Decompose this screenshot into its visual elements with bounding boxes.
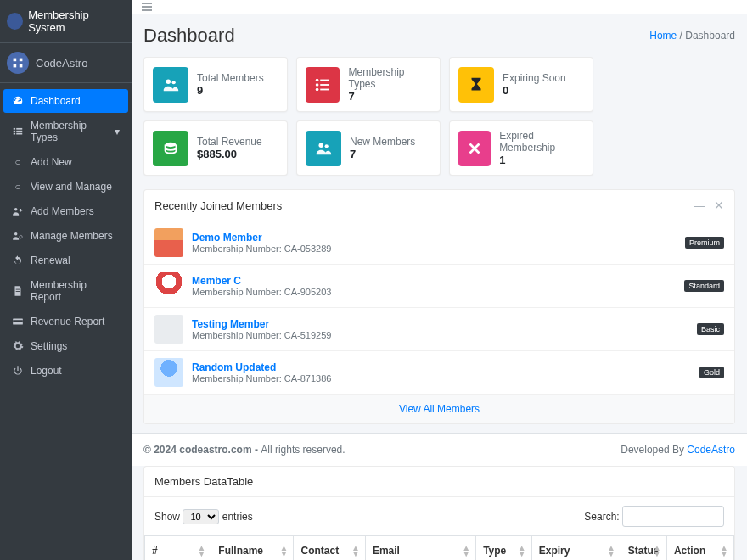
toggle-sidebar-button[interactable] (140, 0, 154, 14)
developer-link[interactable]: CodeAstro (687, 444, 735, 456)
col-action[interactable]: Action▲▼ (666, 536, 733, 561)
svg-rect-3 (16, 131, 22, 132)
recent-member-row[interactable]: Demo MemberMembership Number: CA-053289 … (144, 221, 734, 265)
view-all-link[interactable]: View All Members (399, 403, 480, 415)
card-expired[interactable]: Expired Membership1 (449, 120, 593, 176)
nav-add-members[interactable]: Add Members (3, 199, 128, 223)
col-type[interactable]: Type▲▼ (476, 536, 532, 561)
main: Dashboard Home / Dashboard Total Members… (132, 0, 747, 560)
page-header: Dashboard Home / Dashboard (132, 14, 747, 52)
membership-badge: Basic (697, 323, 724, 335)
search-input[interactable] (622, 506, 724, 527)
card-membership-types[interactable]: Membership Types7 (296, 57, 441, 112)
recent-member-row[interactable]: Member CMembership Number: CA-905203 Sta… (144, 265, 734, 308)
nav-logout[interactable]: Logout (3, 359, 128, 383)
card-expiring-soon[interactable]: Expiring Soon0 (449, 57, 593, 112)
nav-settings[interactable]: Settings (3, 334, 128, 358)
card-new-members[interactable]: New Members7 (296, 120, 441, 176)
nav-label: Add New (31, 156, 72, 168)
nav-report[interactable]: Membership Report (3, 273, 128, 309)
chevron-down-icon: ▾ (115, 126, 120, 137)
nav-renewal[interactable]: Renewal (3, 249, 128, 272)
nav-label: Dashboard (31, 95, 81, 107)
nav-label: Membership Types (31, 120, 108, 143)
svg-point-17 (172, 81, 176, 84)
recent-members-panel: Recently Joined Members — ✕ Demo MemberM… (143, 189, 735, 424)
recent-member-row[interactable]: Random UpdatedMembership Number: CA-8713… (144, 351, 734, 395)
users-icon (306, 131, 341, 166)
hourglass-icon (458, 67, 494, 103)
nav: Dashboard Membership Types ▾ ○ Add New ○… (0, 83, 132, 383)
breadcrumb-current: Dashboard (685, 30, 735, 42)
nav-manage-members[interactable]: Manage Members (3, 224, 128, 248)
brand[interactable]: Membership System (0, 0, 132, 43)
col-id[interactable]: #▲▼ (145, 536, 211, 561)
card-total-members[interactable]: Total Members9 (143, 57, 288, 112)
breadcrumb-home[interactable]: Home (649, 30, 677, 42)
list-icon (306, 67, 340, 103)
brand-text: Membership System (28, 8, 125, 34)
gear-icon (12, 340, 24, 352)
user-panel[interactable]: CodeAstro (0, 43, 132, 83)
svg-rect-13 (142, 3, 152, 3)
nav-label: Renewal (31, 255, 70, 266)
col-fullname[interactable]: Fullname▲▼ (211, 536, 294, 561)
svg-point-16 (166, 79, 171, 84)
svg-rect-1 (16, 128, 22, 130)
svg-point-24 (166, 142, 177, 147)
avatar (154, 228, 183, 257)
svg-rect-21 (320, 84, 329, 86)
nav-label: Logout (31, 365, 62, 377)
file-icon (12, 285, 24, 297)
nav-add-new[interactable]: ○ Add New (3, 150, 128, 174)
close-icon[interactable]: ✕ (714, 199, 724, 212)
col-contact[interactable]: Contact▲▼ (294, 536, 365, 561)
page-title: Dashboard (143, 25, 235, 47)
svg-rect-12 (13, 320, 23, 322)
undo-icon (12, 255, 24, 266)
card-total-revenue[interactable]: Total Revenue$885.00 (143, 120, 288, 176)
circle-icon: ○ (12, 156, 24, 168)
membership-badge: Standard (684, 280, 724, 292)
footer: © 2024 codeastro.com - All rights reserv… (132, 433, 747, 466)
user-name: CodeAstro (36, 57, 87, 70)
members-table: #▲▼ Fullname▲▼ Contact▲▼ Email▲▼ Type▲▼ … (144, 535, 734, 560)
svg-point-26 (325, 144, 329, 148)
svg-point-7 (14, 232, 18, 236)
users-plus-icon (12, 205, 24, 217)
svg-point-20 (316, 83, 319, 87)
nav-label: Membership Report (31, 279, 120, 303)
power-icon (12, 365, 24, 377)
col-email[interactable]: Email▲▼ (365, 536, 475, 561)
svg-rect-14 (142, 6, 152, 7)
gauge-icon (12, 95, 24, 107)
coins-icon (153, 131, 188, 166)
nav-membership-types[interactable]: Membership Types ▾ (3, 114, 128, 149)
nav-view-manage[interactable]: ○ View and Manage (3, 175, 128, 199)
svg-point-6 (14, 208, 18, 211)
avatar (154, 358, 183, 387)
nav-label: Settings (31, 340, 67, 352)
panel-title: Recently Joined Members (154, 199, 282, 212)
svg-rect-19 (320, 79, 329, 81)
recent-member-row[interactable]: Testing MemberMembership Number: CA-5192… (144, 308, 734, 351)
stat-cards: Total Members9 Membership Types7 Expirin… (132, 52, 747, 181)
svg-point-18 (316, 78, 319, 81)
avatar (154, 272, 183, 300)
col-status[interactable]: Status▲▼ (621, 536, 666, 561)
nav-revenue[interactable]: Revenue Report (3, 310, 128, 333)
collapse-icon[interactable]: — (694, 199, 705, 212)
avatar (7, 52, 29, 74)
users-icon (153, 67, 188, 103)
nav-label: Add Members (31, 205, 94, 217)
close-icon (458, 131, 491, 166)
panel-title: Members DataTable (154, 475, 253, 488)
datatable-panel: Members DataTable Show 10 entries Search… (143, 466, 735, 560)
nav-label: View and Manage (31, 181, 112, 193)
col-expiry[interactable]: Expiry▲▼ (531, 536, 621, 561)
page-length-select[interactable]: 10 (183, 509, 219, 524)
nav-label: Revenue Report (31, 316, 104, 328)
circle-icon: ○ (12, 181, 24, 193)
nav-dashboard[interactable]: Dashboard (3, 89, 128, 113)
svg-point-25 (319, 143, 324, 148)
